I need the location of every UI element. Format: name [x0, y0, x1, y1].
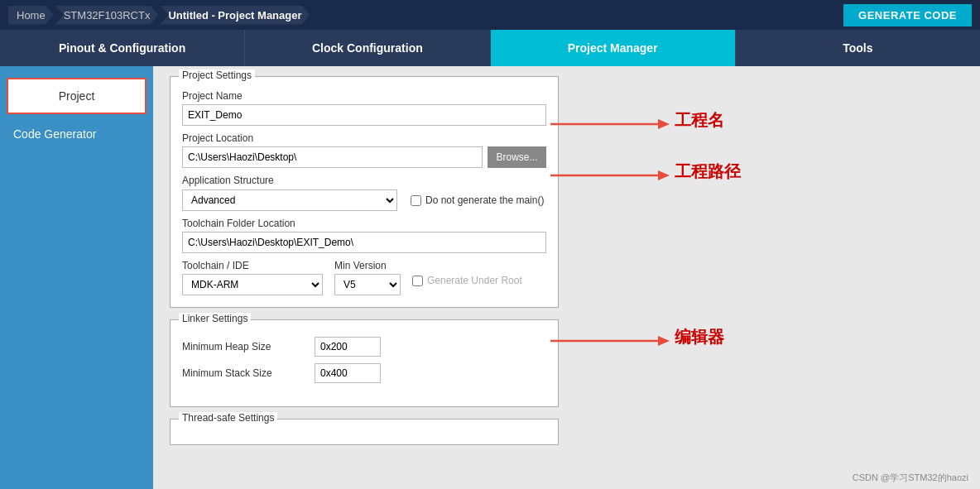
generate-update-row: Generate Under Root	[412, 275, 522, 286]
project-settings-title: Project Settings	[179, 70, 255, 81]
browse-button[interactable]: Browse...	[488, 146, 545, 168]
project-location-input[interactable]	[182, 146, 483, 168]
toolchain-label: Toolchain / IDE	[182, 260, 323, 271]
min-heap-input[interactable]	[315, 337, 381, 357]
main-area: Project Code Generator Project Settings …	[0, 66, 980, 489]
toolchain-group: Toolchain / IDE MDK-ARM EWARM STM32CubeI…	[182, 256, 323, 295]
project-location-label: Project Location	[182, 132, 546, 144]
app-structure-select[interactable]: Basic Advanced	[182, 189, 397, 211]
min-heap-label: Minimum Heap Size	[182, 341, 306, 352]
project-name-input[interactable]	[182, 104, 546, 126]
min-version-group: Min Version V4 V5 V6	[334, 256, 401, 295]
min-stack-row: Minimum Stack Size	[182, 363, 546, 383]
breadcrumb-home[interactable]: Home	[8, 6, 54, 25]
form-area: Project Settings Project Name Project Lo…	[170, 76, 559, 445]
breadcrumb-project[interactable]: Untitled - Project Manager	[160, 6, 310, 25]
app-structure-label: Application Structure	[182, 175, 546, 186]
thread-settings-title: Thread-safe Settings	[179, 412, 277, 424]
toolchain-row: Toolchain / IDE MDK-ARM EWARM STM32CubeI…	[182, 256, 546, 295]
svg-marker-3	[658, 170, 670, 180]
min-version-select[interactable]: V4 V5 V6	[334, 274, 401, 295]
project-location-row: Browse...	[182, 146, 546, 168]
do-not-generate-label-text: Do not generate the main()	[425, 194, 544, 206]
toolchain-folder-label: Toolchain Folder Location	[182, 218, 546, 229]
do-not-generate-checkbox[interactable]	[411, 195, 421, 206]
content-wrapper: Project Settings Project Name Project Lo…	[170, 76, 963, 445]
project-settings-section: Project Settings Project Name Project Lo…	[170, 76, 559, 308]
linker-settings-title: Linker Settings	[179, 313, 251, 324]
linker-settings-section: Linker Settings Minimum Heap Size Minimu…	[170, 319, 559, 407]
svg-marker-5	[658, 336, 670, 346]
app-structure-row: Basic Advanced Do not generate the main(…	[182, 189, 546, 211]
sidebar-item-code-generator[interactable]: Code Generator	[0, 117, 153, 151]
toolchain-select[interactable]: MDK-ARM EWARM STM32CubeIDE	[182, 274, 323, 295]
tab-clock[interactable]: Clock Configuration	[245, 30, 490, 66]
do-not-generate-checkbox-label[interactable]: Do not generate the main()	[411, 194, 544, 206]
annotation-gongchenglujing: 工程路径	[675, 161, 741, 183]
min-stack-input[interactable]	[315, 363, 381, 383]
min-stack-label: Minimum Stack Size	[182, 367, 306, 379]
tab-bar: Pinout & Configuration Clock Configurati…	[0, 30, 980, 66]
content-area: Project Settings Project Name Project Lo…	[153, 66, 980, 489]
top-navigation: Home STM32F103RCTx Untitled - Project Ma…	[0, 0, 980, 30]
breadcrumb: Home STM32F103RCTx Untitled - Project Ma…	[8, 6, 843, 25]
project-name-label: Project Name	[182, 90, 546, 102]
generate-code-button[interactable]: GENERATE CODE	[843, 4, 972, 26]
generate-update-label: Generate Under Root	[427, 275, 522, 286]
breadcrumb-chip[interactable]: STM32F103RCTx	[55, 6, 159, 25]
tab-pinout[interactable]: Pinout & Configuration	[0, 30, 245, 66]
min-heap-row: Minimum Heap Size	[182, 337, 546, 357]
sidebar: Project Code Generator	[0, 66, 153, 489]
annotation-bianjiqiqi: 编辑器	[675, 326, 724, 348]
svg-marker-1	[658, 119, 670, 129]
min-version-label: Min Version	[334, 260, 401, 271]
right-annotations: 工程名 工程路径 编辑器	[559, 76, 964, 445]
generate-update-checkbox[interactable]	[412, 276, 423, 286]
tab-project-manager[interactable]: Project Manager	[491, 30, 736, 66]
thread-settings-section: Thread-safe Settings	[170, 419, 559, 445]
watermark: CSDN @学习STM32的haozi	[853, 472, 968, 484]
toolchain-folder-input[interactable]	[182, 232, 546, 253]
tab-tools[interactable]: Tools	[736, 30, 980, 66]
sidebar-item-project[interactable]: Project	[7, 78, 147, 114]
annotation-gongchengming: 工程名	[675, 109, 724, 132]
